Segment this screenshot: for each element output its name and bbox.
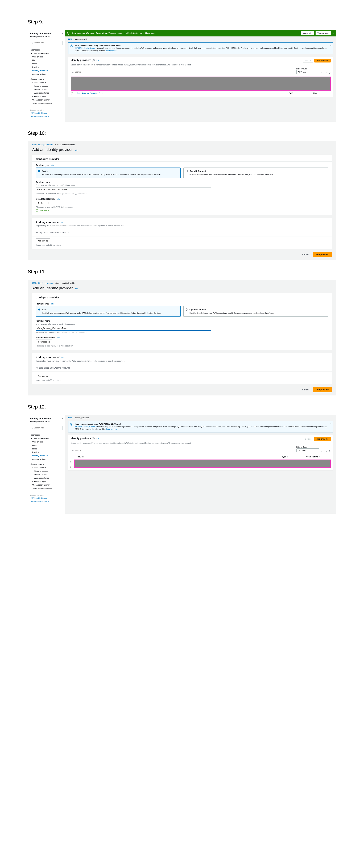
nav-user-groups[interactable]: User groups [30, 55, 63, 59]
add-tag-button[interactable]: Add new tag [36, 239, 50, 243]
nav-users[interactable]: Users [30, 59, 63, 62]
nav-policies[interactable]: Policies [30, 451, 63, 454]
table-search-input[interactable] [75, 449, 293, 452]
choose-file-button[interactable]: Choose file [36, 201, 52, 205]
provider-name-input[interactable] [36, 187, 211, 192]
nav-scp[interactable]: Service control policies [30, 487, 63, 490]
close-icon[interactable]: × [62, 417, 63, 420]
card-info-link[interactable]: Info [96, 438, 99, 439]
assign-role-button[interactable]: Assign role [301, 31, 314, 35]
row-radio[interactable] [70, 461, 72, 463]
page-next[interactable]: › [326, 450, 327, 452]
crumb-iam[interactable]: IAM [32, 144, 36, 146]
callout-iic-link[interactable]: AWS IAM Identity Center [75, 47, 97, 49]
gear-icon[interactable]: ⚙ [329, 71, 331, 74]
table-search[interactable] [71, 70, 294, 74]
crumb-iam[interactable]: IAM [68, 38, 72, 40]
nav-credential-report[interactable]: Credential report [30, 95, 63, 98]
crumb-iam[interactable]: IAM [32, 282, 36, 284]
nav-dashboard[interactable]: Dashboard [30, 48, 63, 52]
choose-file-button[interactable]: Choose file [36, 340, 52, 344]
nav-unused-access[interactable]: Unused access [30, 473, 63, 476]
add-provider-submit[interactable]: Add provider [313, 252, 332, 257]
callout-close-icon[interactable]: × [330, 422, 332, 425]
card-info-link[interactable]: Info [96, 59, 99, 61]
sidebar-search-input[interactable] [34, 427, 61, 429]
metadata-info-link[interactable]: Info [57, 337, 60, 339]
add-provider-submit[interactable]: Add provider [313, 387, 332, 392]
title-info-link[interactable]: Info [75, 149, 78, 151]
nav-aws-orgs[interactable]: AWS Organizations [30, 115, 63, 118]
add-provider-button[interactable]: Add provider [314, 437, 331, 441]
nav-identity-providers[interactable]: Identity providers [30, 69, 63, 72]
row-radio[interactable] [70, 466, 72, 468]
nav-access-mgmt[interactable]: Access management [30, 52, 63, 55]
crumb-idp[interactable]: Identity providers [38, 144, 53, 146]
nav-account-settings[interactable]: Account settings [30, 458, 63, 461]
ptype-info-link[interactable]: Info [51, 164, 54, 166]
cancel-button[interactable]: Cancel [300, 252, 311, 257]
page-next[interactable]: › [326, 72, 327, 74]
nav-identity-center[interactable]: IAM Identity Center [30, 496, 63, 500]
nav-user-groups[interactable]: User groups [30, 440, 63, 443]
row-radio[interactable] [71, 92, 73, 94]
nav-access-reports[interactable]: Access reports [30, 462, 63, 466]
nav-unused-access[interactable]: Unused access [30, 88, 63, 91]
provider-name-link[interactable]: Okta_Amazon_WorkspacePools [77, 92, 285, 94]
table-search[interactable] [71, 448, 294, 453]
nav-policies[interactable]: Policies [30, 65, 63, 69]
add-provider-button[interactable]: Add provider [314, 59, 331, 62]
col-type[interactable]: Type▽ [282, 456, 303, 458]
crumb-iam[interactable]: IAM [68, 416, 72, 419]
radio-oidc[interactable]: OpenID Connect Establish trust between y… [183, 306, 328, 316]
nav-identity-providers[interactable]: Identity providers [30, 454, 63, 458]
callout-close-icon[interactable]: × [330, 44, 332, 47]
ptype-info-link[interactable]: Info [51, 303, 54, 305]
nav-users[interactable]: Users [30, 443, 63, 447]
provider-name-input[interactable] [36, 326, 211, 331]
radio-saml[interactable]: SAML Establish trust between your AWS ac… [36, 306, 181, 316]
title-info-link[interactable]: Info [75, 288, 78, 290]
tags-info-link[interactable]: Info [61, 221, 64, 223]
nav-org-activity[interactable]: Organization activity [30, 98, 63, 101]
nav-account-settings[interactable]: Account settings [30, 72, 63, 76]
callout-learn-more[interactable]: Learn more [106, 428, 118, 430]
nav-dashboard[interactable]: Dashboard [30, 433, 63, 437]
gear-icon[interactable]: ⚙ [329, 450, 331, 453]
nav-identity-center[interactable]: IAM Identity Center [30, 111, 63, 115]
nav-analyzer-settings[interactable]: Analyzer settings [30, 476, 63, 479]
page-prev[interactable]: ‹ [321, 72, 322, 74]
filter-type-select[interactable]: All Types ▾ [297, 70, 319, 74]
nav-analyzer-settings[interactable]: Analyzer settings [30, 91, 63, 95]
delete-button[interactable]: Delete [303, 59, 313, 62]
metadata-info-link[interactable]: Info [57, 198, 60, 200]
nav-org-activity[interactable]: Organization activity [30, 483, 63, 487]
nav-access-analyzer[interactable]: Access Analyzer [30, 81, 63, 84]
callout-iic-link[interactable]: AWS IAM Identity Center [75, 426, 97, 428]
filter-type-select[interactable]: All Types ▾ [297, 448, 319, 453]
crumb-idp[interactable]: Identity providers [38, 282, 53, 284]
close-icon[interactable]: × [62, 32, 63, 35]
table-search-input[interactable] [75, 71, 293, 73]
radio-oidc[interactable]: OpenID Connect Establish trust between y… [183, 167, 328, 178]
nav-access-analyzer[interactable]: Access Analyzer [30, 466, 63, 469]
col-created[interactable]: Creation time▽ [306, 456, 331, 458]
nav-external-access[interactable]: External access [30, 469, 63, 473]
nav-access-reports[interactable]: Access reports [30, 77, 63, 81]
tags-info-link[interactable]: Info [61, 357, 64, 359]
nav-scp[interactable]: Service control policies [30, 101, 63, 105]
view-provider-button[interactable]: View provider [315, 31, 331, 35]
nav-access-mgmt[interactable]: Access management [30, 437, 63, 440]
sidebar-search[interactable] [30, 426, 63, 430]
sidebar-search-input[interactable] [34, 42, 61, 44]
col-provider[interactable]: Provider▲ [77, 456, 278, 458]
nav-credential-report[interactable]: Credential report [30, 479, 63, 483]
nav-roles[interactable]: Roles [30, 62, 63, 65]
nav-aws-orgs[interactable]: AWS Organizations [30, 500, 63, 503]
delete-button[interactable]: Delete [303, 437, 313, 441]
flash-close-icon[interactable]: × [333, 32, 334, 35]
sidebar-search[interactable] [30, 41, 63, 45]
nav-external-access[interactable]: External access [30, 84, 63, 88]
radio-saml[interactable]: SAML Establish trust between your AWS ac… [36, 167, 181, 178]
callout-learn-more[interactable]: Learn more [106, 50, 118, 52]
